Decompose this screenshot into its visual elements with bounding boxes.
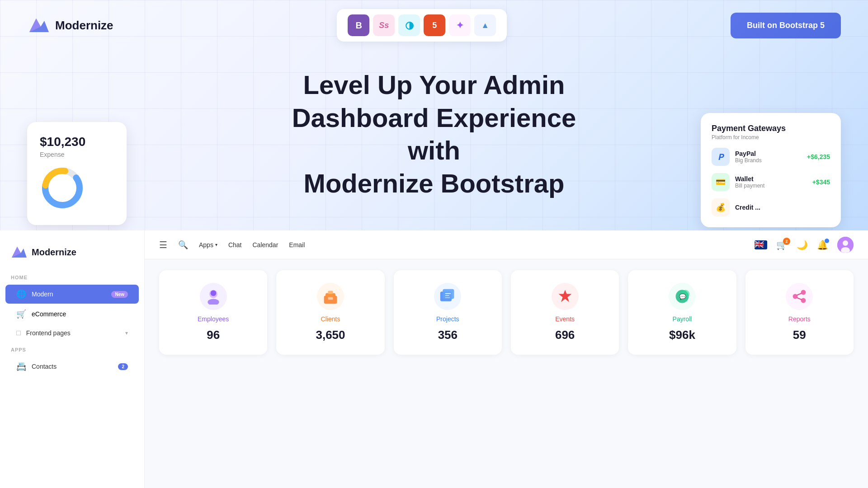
figma-icon: ✦ [449, 14, 471, 36]
svg-line-25 [797, 293, 802, 296]
sidebar-logo-text: Modernize [32, 247, 76, 258]
hero-logo-text: Modernize [55, 19, 113, 33]
contacts-icon: 📇 [16, 361, 26, 371]
contacts-badge: 2 [118, 363, 128, 370]
wallet-icon: 💳 [712, 173, 730, 191]
sidebar-item-contacts[interactable]: 📇 Contacts 2 [5, 357, 139, 376]
apps-nav-link[interactable]: Apps ▾ [199, 241, 217, 249]
sidebar-logo-icon [11, 244, 27, 260]
email-label: Email [289, 241, 305, 249]
sidebar-item-ecommerce-label: eCommerce [32, 310, 128, 318]
cart-button[interactable]: 🛒 2 [776, 239, 788, 250]
sidebar-item-contacts-label: Contacts [32, 363, 113, 370]
paypal-amount: +$6,235 [807, 153, 830, 160]
new-badge: New [111, 291, 128, 298]
wallet-amount: +$345 [812, 178, 830, 186]
payment-gateways-title: Payment Gateways [712, 124, 830, 133]
expense-label: Expense [40, 151, 114, 158]
notifications-button[interactable]: 🔔 [817, 239, 828, 250]
expense-card: $10,230 Expense [27, 122, 127, 225]
stat-card-projects[interactable]: Projects 356 [394, 270, 502, 355]
paypal-sub: Big Brands [735, 157, 802, 164]
sidebar-item-modern[interactable]: 🌐 Modern New [5, 285, 139, 304]
stat-card-payroll[interactable]: 💬 Payroll $96k [628, 270, 736, 355]
sidebar-section-apps: APPS [0, 343, 144, 356]
dashboard-section: Modernize HOME 🌐 Modern New 🛒 eCommerce … [0, 230, 868, 488]
wallet-sub: Bill payment [735, 183, 807, 189]
paypal-name: PayPal [735, 150, 802, 157]
bootstrap-icon: B [348, 14, 369, 36]
frontend-icon: □ [16, 329, 21, 337]
dark-mode-toggle[interactable]: 🌙 [797, 239, 808, 250]
sidebar-item-frontend-label: Frontend pages [26, 329, 120, 337]
hero-logo-icon [27, 14, 50, 37]
clients-label: Clients [321, 315, 340, 323]
events-icon [552, 283, 579, 310]
payment-item-paypal: 𝙋 PayPal Big Brands +$6,235 [712, 148, 830, 166]
svg-point-4 [843, 240, 848, 246]
reports-label: Reports [788, 315, 811, 323]
ecommerce-icon: 🛒 [16, 309, 26, 319]
stat-card-clients[interactable]: Clients 3,650 [276, 270, 384, 355]
sidebar-item-modern-label: Modern [32, 291, 106, 298]
sidebar-logo: Modernize [0, 239, 144, 269]
employees-label: Employees [198, 315, 229, 323]
stat-cards-container: Employees 96 Clients 3,650 [145, 259, 868, 366]
main-content: ☰ 🔍 Apps ▾ Chat Calendar Email [145, 230, 868, 488]
calendar-nav-link[interactable]: Calendar [253, 241, 278, 249]
sass-icon: Ss [373, 14, 395, 36]
clients-value: 3,650 [316, 328, 345, 342]
sidebar-item-frontend[interactable]: □ Frontend pages ▾ [5, 324, 139, 342]
email-nav-link[interactable]: Email [289, 241, 305, 249]
hero-logo: Modernize [27, 14, 113, 37]
notification-dot [825, 239, 829, 243]
payroll-value: $96k [669, 328, 695, 342]
amplify-icon: ▲ [474, 14, 496, 36]
payroll-icon: 💬 [669, 283, 696, 310]
bootstrap-cta-button[interactable]: Built on Bootstrap 5 [731, 13, 841, 38]
employees-value: 96 [207, 328, 220, 342]
payment-item-credit: 💰 Credit ... [712, 198, 830, 216]
sidebar: Modernize HOME 🌐 Modern New 🛒 eCommerce … [0, 230, 145, 488]
navbar-right: 🛒 2 🌙 🔔 [755, 237, 854, 253]
svg-marker-18 [558, 290, 571, 302]
stat-card-employees[interactable]: Employees 96 [159, 270, 267, 355]
hero-navbar: Modernize B Ss ◑ 5 ✦ ▲ Built on Bootstra… [0, 0, 868, 51]
credit-icon: 💰 [712, 198, 730, 216]
css-tailwind-icon: ◑ [398, 14, 420, 36]
projects-label: Projects [436, 315, 459, 323]
expense-amount: $10,230 [40, 135, 114, 149]
sidebar-section-home: HOME [0, 271, 144, 284]
wallet-name: Wallet [735, 175, 807, 183]
user-avatar[interactable] [837, 237, 854, 253]
credit-name: Credit ... [735, 204, 830, 211]
svg-point-24 [801, 298, 806, 303]
paypal-icon: 𝙋 [712, 148, 730, 166]
sidebar-item-ecommerce[interactable]: 🛒 eCommerce [5, 305, 139, 324]
expense-donut-chart [40, 165, 85, 211]
modern-icon: 🌐 [16, 289, 26, 299]
chat-nav-link[interactable]: Chat [228, 241, 242, 249]
svg-point-8 [208, 299, 219, 305]
employees-icon [200, 283, 227, 310]
svg-rect-15 [445, 293, 451, 294]
html5-icon: 5 [424, 14, 445, 36]
svg-rect-17 [445, 297, 450, 298]
language-selector[interactable] [755, 240, 767, 249]
svg-rect-11 [328, 291, 333, 294]
stat-card-events[interactable]: Events 696 [511, 270, 619, 355]
payment-item-wallet: 💳 Wallet Bill payment +$345 [712, 173, 830, 191]
payment-gateways-subtitle: Platform for Income [712, 134, 830, 141]
cart-badge: 2 [783, 238, 790, 245]
svg-point-23 [801, 290, 806, 295]
events-value: 696 [555, 328, 575, 342]
hamburger-button[interactable]: ☰ [159, 239, 167, 250]
reports-icon [786, 283, 813, 310]
top-navbar: ☰ 🔍 Apps ▾ Chat Calendar Email [145, 230, 868, 259]
svg-rect-16 [445, 295, 449, 296]
svg-point-7 [210, 291, 216, 296]
search-button[interactable]: 🔍 [178, 240, 188, 250]
tech-icons-bar: B Ss ◑ 5 ✦ ▲ [337, 9, 507, 42]
svg-line-26 [797, 298, 802, 300]
stat-card-reports[interactable]: Reports 59 [745, 270, 854, 355]
